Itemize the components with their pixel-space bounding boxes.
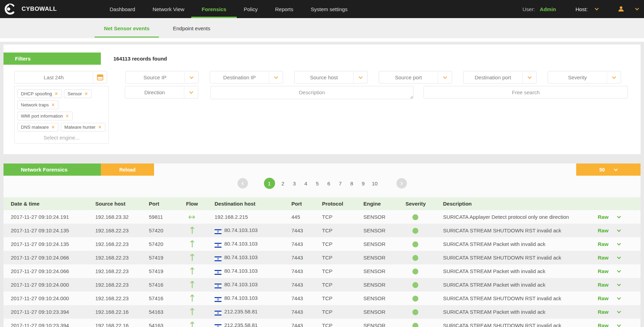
filter-select-destination-ip[interactable]: Destination IP — [210, 71, 283, 83]
page-button-4[interactable]: 4 — [303, 181, 309, 186]
account-menu-chevron-down-icon[interactable] — [635, 6, 639, 10]
cell-destination-port: 7443 — [291, 309, 322, 315]
cell-destination-port: 7443 — [291, 322, 322, 327]
cell-description: SURICATA STREAM SHUTDOWN RST invalid ack — [443, 322, 594, 327]
remove-tag-icon[interactable]: ✕ — [84, 91, 88, 96]
free-search-input[interactable] — [424, 86, 628, 98]
filters-title: Filters — [3, 53, 101, 65]
expand-row-chevron-icon[interactable] — [617, 241, 621, 245]
remove-tag-icon[interactable]: ✕ — [51, 125, 55, 130]
nav-item-forensics[interactable]: Forensics — [200, 0, 228, 18]
raw-link[interactable]: Raw — [598, 214, 609, 220]
col-severity: Severity — [405, 201, 443, 207]
engine-filter-box[interactable]: DHCP spoofing✕ Sensor✕ Network traps✕ WM… — [14, 86, 109, 144]
filter-select-source-port[interactable]: Source port — [379, 71, 452, 83]
host-chevron-down-icon[interactable] — [595, 6, 598, 10]
cell-protocol: TCP — [322, 241, 363, 247]
navbar-right: User: Admin Host: — [522, 6, 644, 13]
expand-row-chevron-icon[interactable] — [617, 214, 621, 218]
page-button-8[interactable]: 8 — [348, 181, 355, 186]
user-avatar-icon[interactable] — [618, 6, 625, 13]
raw-link[interactable]: Raw — [598, 228, 609, 233]
severity-low-dot — [412, 296, 418, 302]
cell-flow: ↑ — [186, 266, 215, 276]
cell-source-port: 57416 — [149, 282, 186, 288]
page-size-dropdown[interactable]: 50 — [576, 164, 641, 176]
divider — [0, 38, 644, 42]
filter-select-severity[interactable]: Severity — [548, 71, 621, 83]
description-input[interactable] — [210, 86, 413, 99]
chevron-down-icon — [190, 75, 193, 79]
cell-source-host: 192.168.22.23 — [95, 268, 149, 274]
expand-row-chevron-icon[interactable] — [617, 255, 621, 259]
remove-tag-icon[interactable]: ✕ — [65, 113, 69, 119]
nav-item-system-settings[interactable]: System settings — [309, 0, 349, 18]
col-flow: Flow — [186, 201, 215, 207]
cell-datetime: 2017-11-27 09:10:24.000 — [11, 295, 95, 301]
raw-link[interactable]: Raw — [598, 268, 609, 274]
cell-destination-port: 7443 — [291, 241, 322, 247]
expand-row-chevron-icon[interactable] — [617, 282, 621, 286]
nav-item-network-view[interactable]: Network View — [151, 0, 186, 18]
page-button-1[interactable]: 1 — [264, 178, 275, 189]
cell-destination-host: ✡80.74.103.103 — [215, 254, 291, 261]
page-button-6[interactable]: 6 — [325, 181, 332, 186]
filter-select-source-host[interactable]: Source host — [294, 71, 368, 83]
raw-link[interactable]: Raw — [598, 241, 609, 247]
cell-protocol: TCP — [322, 309, 363, 315]
page-button-9[interactable]: 9 — [360, 181, 367, 186]
cell-source-host: 192.168.22.16 — [95, 322, 149, 327]
cell-description: SURICATA Applayer Detect protocol only o… — [443, 214, 594, 220]
nav-item-reports[interactable]: Reports — [274, 0, 295, 18]
raw-link[interactable]: Raw — [598, 282, 609, 288]
filter-select-direction[interactable]: Direction — [125, 86, 198, 98]
raw-link[interactable]: Raw — [598, 255, 609, 261]
previous-page-button[interactable] — [238, 178, 248, 189]
cell-engine: SENSOR — [363, 268, 405, 274]
cell-datetime: 2017-11-27 09:10:24.135 — [11, 241, 95, 247]
page-button-10[interactable]: 10 — [371, 181, 378, 186]
cell-flow: ↑ — [186, 307, 215, 317]
cell-raw: Raw — [594, 255, 641, 261]
chevron-down-icon — [614, 167, 618, 171]
raw-link[interactable]: Raw — [598, 322, 609, 327]
filter-select-destination-port[interactable]: Destination port — [463, 71, 537, 83]
tab-net-sensor-events[interactable]: Net Sensor events — [95, 18, 159, 38]
date-range-picker[interactable]: Last 24h — [14, 71, 107, 83]
remove-tag-icon[interactable]: ✕ — [51, 102, 55, 107]
engine-tag-label: Malware hunter — [64, 125, 96, 130]
remove-tag-icon[interactable]: ✕ — [98, 125, 102, 130]
nav-item-dashboard[interactable]: Dashboard — [108, 0, 136, 18]
select-engine-placeholder[interactable]: Select engine... — [17, 135, 106, 141]
nav-item-policy[interactable]: Policy — [242, 0, 259, 18]
table-row: 2017-11-27 09:10:23.394192.168.22.165416… — [3, 305, 641, 319]
page-button-3[interactable]: 3 — [291, 181, 298, 186]
select-label: Direction — [125, 86, 184, 98]
expand-row-chevron-icon[interactable] — [617, 309, 621, 313]
cell-description: SURICATA STREAM SHUTDOWN RST invalid ack — [443, 255, 594, 261]
user-label: User: — [522, 6, 535, 12]
page-button-5[interactable]: 5 — [314, 181, 321, 186]
cell-datetime: 2017-11-27 09:10:24.000 — [11, 282, 95, 288]
tab-endpoint-events[interactable]: Endpoint events — [164, 18, 219, 38]
page-button-7[interactable]: 7 — [337, 181, 344, 186]
cell-severity — [405, 254, 443, 261]
cell-engine: SENSOR — [363, 309, 405, 315]
top-navbar: CYBOWALL Dashboard Network View Forensic… — [0, 0, 644, 18]
next-page-button[interactable] — [396, 178, 407, 189]
expand-row-chevron-icon[interactable] — [617, 228, 621, 232]
israel-flag-icon: ✡ — [215, 297, 222, 302]
expand-row-chevron-icon[interactable] — [617, 323, 621, 327]
cell-destination-host: ✡212.235.58.81 — [215, 322, 291, 327]
expand-row-chevron-icon[interactable] — [617, 296, 621, 300]
raw-link[interactable]: Raw — [598, 309, 609, 315]
cell-description: SURICATA STREAM Packet with invalid ack — [443, 241, 594, 247]
page-button-2[interactable]: 2 — [280, 181, 287, 186]
chevron-down-icon — [274, 75, 278, 79]
filter-select-source-ip[interactable]: Source IP — [125, 71, 199, 83]
remove-tag-icon[interactable]: ✕ — [54, 91, 58, 96]
israel-flag-icon: ✡ — [215, 324, 222, 327]
expand-row-chevron-icon[interactable] — [617, 269, 621, 272]
raw-link[interactable]: Raw — [598, 295, 609, 301]
reload-button[interactable]: Reload — [101, 164, 154, 176]
